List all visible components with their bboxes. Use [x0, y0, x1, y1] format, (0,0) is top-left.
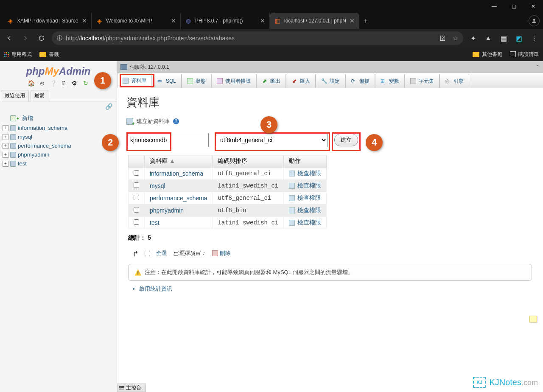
privileges-link[interactable]: 檢查權限	[297, 207, 321, 214]
tab-databases[interactable]: 資料庫	[117, 73, 152, 88]
tree-new-db[interactable]: + 新增	[3, 113, 114, 123]
row-checkbox[interactable]	[134, 195, 139, 200]
window-maximize-button[interactable]: ▢	[504, 0, 523, 13]
db-link[interactable]: information_schema	[150, 170, 203, 177]
tab-users[interactable]: 使用者帳號	[211, 74, 256, 88]
privileges-icon	[289, 220, 295, 226]
tab-status[interactable]: 狀態	[182, 74, 211, 88]
privileges-link[interactable]: 檢查權限	[297, 170, 321, 177]
enable-stats-link[interactable]: 啟用統計資訊	[139, 286, 172, 292]
link-icon[interactable]: 🔗	[0, 101, 117, 112]
forward-button[interactable]	[20, 32, 31, 44]
menu-button[interactable]: ⋮	[529, 33, 540, 44]
tab-replication[interactable]: ⟳備援	[345, 74, 375, 88]
tree-db[interactable]: + test	[3, 159, 114, 168]
page-title: 資料庫	[126, 95, 534, 110]
back-button[interactable]	[3, 32, 15, 44]
sticky-note-icon[interactable]	[529, 316, 537, 322]
reload-button[interactable]	[36, 32, 48, 44]
collapse-icon[interactable]: ⌃	[535, 64, 540, 70]
browser-tab-2[interactable]: ◍ PHP 8.0.7 - phpinfo() ✕	[181, 13, 270, 29]
reading-list-icon	[510, 51, 516, 57]
privileges-link[interactable]: 檢查權限	[297, 219, 321, 227]
logout-icon[interactable]: ⎋	[39, 80, 45, 87]
browser-tab-3[interactable]: ▥ localhost / 127.0.0.1 | phpN ✕	[270, 13, 359, 29]
folder-icon	[39, 52, 46, 57]
expand-icon[interactable]: +	[3, 152, 8, 158]
other-bookmarks[interactable]: 其他書籤	[473, 51, 502, 58]
sidebar-tabs: 最近使用 最愛	[0, 90, 117, 101]
page-body: 資料庫 建立新資料庫 ? utf8mb4_general_ci 建立 資料庫 ▲	[117, 88, 543, 300]
db-icon	[10, 115, 16, 121]
reading-list[interactable]: 閱讀清單	[510, 51, 539, 58]
db-link[interactable]: phpmyadmin	[150, 207, 184, 214]
row-checkbox[interactable]	[134, 182, 139, 188]
window-close-button[interactable]: ✕	[523, 0, 543, 13]
db-link[interactable]: test	[150, 219, 160, 226]
tree-db[interactable]: + phpmyadmin	[3, 150, 114, 159]
new-tab-button[interactable]: ＋	[359, 13, 372, 29]
expand-icon[interactable]: +	[3, 143, 8, 149]
profile-avatar-icon[interactable]	[529, 15, 540, 26]
tab-sql[interactable]: ▭SQL	[152, 74, 182, 88]
close-icon[interactable]: ✕	[260, 17, 265, 24]
docs-icon[interactable]: ❔	[50, 80, 56, 87]
address-bar[interactable]: ⓘ http://localhost/phpmyadmin/index.php?…	[52, 31, 463, 45]
check-all-link[interactable]: 全選	[156, 249, 167, 257]
check-all-checkbox[interactable]	[145, 251, 150, 256]
settings-icon[interactable]: ⚙	[71, 80, 78, 87]
row-checkbox[interactable]	[134, 170, 139, 176]
collation-select[interactable]: utf8mb4_general_ci	[216, 133, 327, 147]
tree-db[interactable]: + performance_schema	[3, 141, 114, 150]
browser-tab-0[interactable]: ◈ XAMPP download | Source ✕	[3, 13, 92, 29]
close-icon[interactable]: ✕	[82, 17, 87, 24]
row-checkbox[interactable]	[134, 207, 139, 213]
expand-icon[interactable]: +	[3, 134, 8, 140]
db-name-input[interactable]	[126, 133, 209, 147]
col-db[interactable]: 資料庫 ▲	[145, 155, 213, 168]
close-icon[interactable]: ✕	[171, 17, 176, 24]
info-icon: ⓘ	[57, 34, 62, 42]
favorites-tab[interactable]: 最愛	[31, 90, 48, 101]
password-key-icon[interactable]: ⚿	[440, 35, 446, 42]
window-minimize-button[interactable]: —	[484, 0, 504, 13]
delete-action[interactable]: 刪除	[212, 249, 231, 257]
extensions-icon[interactable]: ✦	[467, 33, 479, 44]
privileges-link[interactable]: 檢查權限	[297, 194, 321, 202]
apps-shortcut[interactable]: 應用程式	[4, 51, 32, 58]
create-button[interactable]: 建立	[334, 134, 358, 146]
gear-icon: 🔧	[321, 78, 327, 84]
ext-3-icon[interactable]: ◩	[513, 33, 524, 44]
browser-tab-1[interactable]: ◈ Welcome to XAMPP ✕	[92, 13, 181, 29]
expand-icon[interactable]: +	[3, 125, 8, 131]
tab-import[interactable]: ⬋匯入	[286, 74, 316, 88]
ext-2-icon[interactable]: ▤	[498, 33, 509, 44]
tab-settings[interactable]: 🔧設定	[316, 74, 345, 88]
db-link[interactable]: mysql	[150, 182, 165, 189]
tab-export[interactable]: ⬈匯出	[256, 74, 286, 88]
privileges-link[interactable]: 檢查權限	[297, 182, 321, 190]
db-link[interactable]: performance_schema	[150, 195, 207, 202]
tab-variables[interactable]: ⊞變數	[375, 74, 405, 88]
expand-icon[interactable]: +	[3, 161, 8, 167]
row-checkbox[interactable]	[134, 219, 139, 225]
close-icon[interactable]: ✕	[350, 17, 355, 24]
help-icon[interactable]: ?	[173, 118, 179, 124]
tab-title: XAMPP download | Source	[17, 18, 78, 24]
bookmark-folder[interactable]: 書籤	[39, 51, 59, 58]
server-breadcrumb[interactable]: 伺服器: 127.0.0.1 ⌃	[117, 61, 543, 73]
home-icon[interactable]: 🏠	[28, 80, 34, 87]
console-toggle[interactable]: 主控台	[117, 384, 146, 392]
tab-engines[interactable]: ◎引擎	[439, 74, 469, 88]
tab-charsets[interactable]: 字元集	[405, 74, 439, 88]
pma-logo[interactable]: phpMyAdmin	[0, 61, 117, 80]
tree-db[interactable]: + mysql	[3, 132, 114, 141]
ext-1-icon[interactable]: ▲	[483, 33, 494, 44]
col-collation[interactable]: 編碼與排序	[213, 155, 284, 168]
tree-label: performance_schema	[18, 143, 71, 149]
tree-db[interactable]: + information_schema	[3, 123, 114, 132]
reload-icon[interactable]: ↻	[82, 80, 89, 87]
recent-tab[interactable]: 最近使用	[1, 90, 29, 101]
star-icon[interactable]: ☆	[453, 35, 458, 42]
sql-icon[interactable]: 🗎	[60, 80, 67, 87]
